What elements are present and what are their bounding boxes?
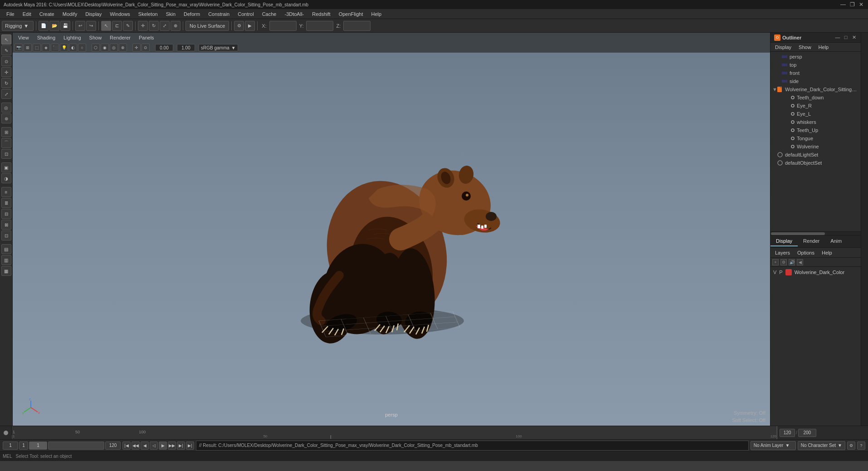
next-frame-button[interactable]: ▶▶ bbox=[168, 442, 176, 450]
display-options-button[interactable]: ▣ bbox=[1, 162, 11, 172]
tree-item[interactable]: persp bbox=[770, 53, 861, 61]
menu-item-windows[interactable]: Windows bbox=[106, 10, 134, 18]
channel-button[interactable]: ≣ bbox=[1, 198, 11, 208]
rotate-button[interactable]: ↻ bbox=[149, 21, 159, 31]
component-select-button[interactable]: ◎ bbox=[1, 103, 11, 113]
new-file-button[interactable]: 📄 bbox=[39, 21, 49, 31]
menu-item-constrain[interactable]: Constrain bbox=[205, 10, 233, 18]
vp-renderer-menu[interactable]: Renderer bbox=[106, 34, 134, 41]
vp-view-menu[interactable]: View bbox=[15, 34, 33, 41]
mode-dropdown[interactable]: Rigging ▼ bbox=[2, 21, 34, 31]
menu-item-dtoall[interactable]: -3DtoAll- bbox=[281, 10, 307, 18]
tree-item[interactable]: defaultObjectSet bbox=[770, 159, 861, 167]
tab-render[interactable]: Render bbox=[798, 236, 825, 246]
move-button[interactable]: ✛ bbox=[138, 21, 148, 31]
vp-ao-button[interactable]: ○ bbox=[78, 44, 86, 52]
vp-texture-button[interactable]: ⬛ bbox=[51, 44, 59, 52]
select-tool-button[interactable]: ↖ bbox=[1, 34, 11, 44]
vp-display-button[interactable]: ◉ bbox=[101, 44, 109, 52]
render-settings-button[interactable]: ⚙ bbox=[234, 21, 244, 31]
outliner-maximize-button[interactable]: □ bbox=[843, 34, 849, 40]
soft-mod-button[interactable]: ⊛ bbox=[1, 113, 11, 123]
max-frame-input[interactable] bbox=[798, 429, 816, 437]
menu-item-skin[interactable]: Skin bbox=[162, 10, 179, 18]
paint-button[interactable]: ✎ bbox=[1, 45, 11, 55]
range-thumb-input[interactable] bbox=[19, 442, 28, 450]
redo-button[interactable]: ↪ bbox=[86, 21, 96, 31]
menu-item-help[interactable]: Help bbox=[367, 10, 385, 18]
play-forward-button[interactable]: ▶ bbox=[159, 442, 167, 450]
layer-button[interactable]: ≡ bbox=[1, 187, 11, 197]
scale-button[interactable]: ⤢ bbox=[160, 21, 170, 31]
menu-item-file[interactable]: File bbox=[3, 10, 18, 18]
tree-item[interactable]: Wolverine bbox=[770, 142, 861, 151]
outliner-display-menu[interactable]: Display bbox=[772, 44, 794, 51]
layers-menu[interactable]: Layers bbox=[772, 249, 793, 256]
tree-item[interactable]: whiskers bbox=[770, 118, 861, 126]
vp-lighting-menu[interactable]: Lighting bbox=[60, 34, 85, 41]
character-set-dropdown[interactable]: No Character Set ▼ bbox=[798, 441, 845, 450]
help-button[interactable]: ? bbox=[857, 442, 865, 450]
z-input[interactable] bbox=[343, 21, 371, 31]
tree-item[interactable]: defaultLightSet bbox=[770, 151, 861, 159]
tab-anim[interactable]: Anim bbox=[825, 236, 847, 246]
options-menu[interactable]: Options bbox=[795, 249, 817, 256]
go-start-button[interactable]: |◀ bbox=[122, 442, 131, 450]
y-input[interactable] bbox=[306, 21, 333, 31]
vp-shadow-button[interactable]: ◐ bbox=[69, 44, 77, 52]
tree-item[interactable]: front bbox=[770, 69, 861, 77]
menu-item-edit[interactable]: Edit bbox=[19, 10, 35, 18]
gamma-input[interactable] bbox=[177, 44, 195, 51]
gamma-dropdown[interactable]: sRGB gamma ▼ bbox=[199, 44, 238, 51]
save-file-button[interactable]: 💾 bbox=[60, 21, 70, 31]
outliner-show-menu[interactable]: Show bbox=[796, 44, 814, 51]
tree-item[interactable]: Eye_R bbox=[770, 102, 861, 110]
create-layer-button[interactable]: + bbox=[772, 259, 779, 265]
frame-button[interactable]: ⊠ bbox=[1, 220, 11, 230]
vp-grid-button[interactable]: ⊞ bbox=[24, 44, 32, 52]
layer-color-swatch[interactable] bbox=[785, 269, 792, 275]
menu-item-openflight[interactable]: OpenFlight bbox=[335, 10, 367, 18]
display-help-menu[interactable]: Help bbox=[819, 249, 835, 256]
scale-tool-button[interactable]: ⤢ bbox=[1, 89, 11, 99]
outliner-scrollbar[interactable] bbox=[770, 231, 861, 235]
prev-key-button[interactable]: ◀◀ bbox=[132, 442, 140, 450]
vp-light-button[interactable]: 💡 bbox=[60, 44, 68, 52]
exposure-input[interactable] bbox=[155, 44, 173, 51]
maximize-button[interactable]: ❐ bbox=[849, 1, 855, 8]
vp-camera-button[interactable]: 📷 bbox=[15, 44, 23, 52]
play-back-button[interactable]: ◁ bbox=[150, 442, 158, 450]
anim-layer-dropdown[interactable]: No Anim Layer ▼ bbox=[751, 441, 796, 450]
outliner-minimize-button[interactable]: — bbox=[834, 34, 841, 40]
sculpt-button[interactable]: ⊙ bbox=[1, 56, 11, 66]
shading-button[interactable]: ◑ bbox=[1, 173, 11, 183]
mute-button[interactable]: ◀ bbox=[797, 259, 803, 265]
timeline-ruler[interactable]: 1 50 100 1 50 100 120 bbox=[12, 426, 777, 439]
tree-item[interactable]: Tongue bbox=[770, 134, 861, 142]
settings-button[interactable]: ⚙ bbox=[847, 442, 855, 450]
menu-item-cache[interactable]: Cache bbox=[258, 10, 280, 18]
menu-item-modify[interactable]: Modify bbox=[59, 10, 81, 18]
menu-item-create[interactable]: Create bbox=[36, 10, 58, 18]
snap-grid-button[interactable]: ⊞ bbox=[1, 127, 11, 137]
vp-panels-menu[interactable]: Panels bbox=[135, 34, 158, 41]
menu-item-control[interactable]: Control bbox=[234, 10, 257, 18]
tree-item[interactable]: ▼Wolverine_Dark_Color_Sitting_P... bbox=[770, 85, 861, 93]
open-file-button[interactable]: 📂 bbox=[49, 21, 59, 31]
outliner-help-menu[interactable]: Help bbox=[816, 44, 832, 51]
vp-manip-button[interactable]: ✛ bbox=[132, 44, 141, 52]
layer-options-button[interactable]: ⚙ bbox=[780, 259, 787, 265]
tab-display[interactable]: Display bbox=[770, 236, 798, 246]
vp-xray-button[interactable]: ◎ bbox=[110, 44, 118, 52]
minimize-button[interactable]: — bbox=[840, 1, 846, 8]
select-button[interactable]: ↖ bbox=[101, 21, 111, 31]
universal-manip-button[interactable]: ⊕ bbox=[171, 21, 180, 31]
move-tool-button[interactable]: ✛ bbox=[1, 67, 11, 77]
render-button[interactable]: ▶ bbox=[245, 21, 255, 31]
range-end-input[interactable] bbox=[105, 442, 121, 450]
outliner-close-button[interactable]: ✕ bbox=[851, 34, 857, 40]
tree-item[interactable]: Teeth_Up bbox=[770, 126, 861, 134]
vp-iso-button[interactable]: ⬡ bbox=[92, 44, 100, 52]
render-view-button[interactable]: ▦ bbox=[1, 266, 11, 276]
vp-smooth-button[interactable]: ◈ bbox=[42, 44, 50, 52]
